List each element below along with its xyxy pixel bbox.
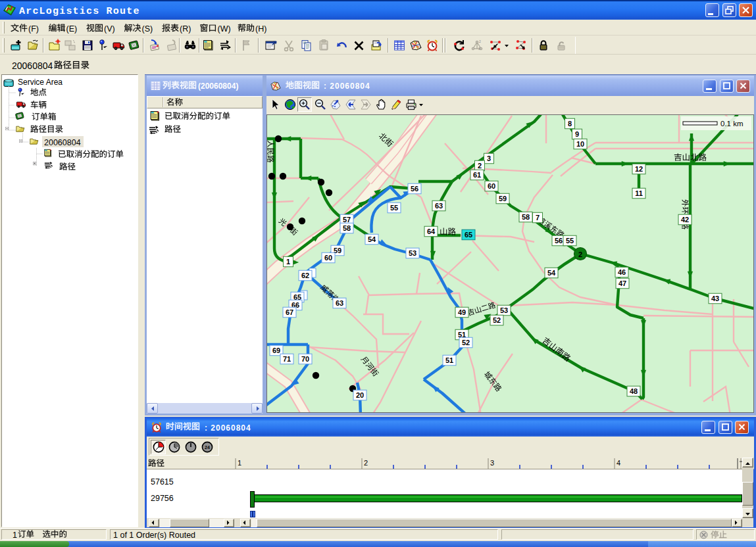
svg-text:2: 2 xyxy=(578,250,582,258)
svg-text:56: 56 xyxy=(555,237,563,245)
svg-text:62: 62 xyxy=(301,272,309,279)
svg-text:24: 24 xyxy=(205,445,210,450)
svg-text:46: 46 xyxy=(618,268,626,276)
svg-text:9: 9 xyxy=(575,130,579,138)
svg-text:59: 59 xyxy=(499,195,507,202)
svg-text:1: 1 xyxy=(286,258,290,266)
svg-text:64: 64 xyxy=(427,227,436,235)
svg-text:69: 69 xyxy=(272,346,280,354)
svg-text:60: 60 xyxy=(488,182,495,190)
svg-text:56: 56 xyxy=(411,185,418,193)
svg-text:47: 47 xyxy=(618,279,626,287)
svg-text:3: 3 xyxy=(478,47,480,51)
svg-text:11: 11 xyxy=(635,189,643,197)
svg-text:4: 4 xyxy=(617,459,620,467)
svg-text:58: 58 xyxy=(522,213,530,221)
svg-text:70: 70 xyxy=(301,355,309,363)
svg-text:52: 52 xyxy=(462,339,470,346)
svg-text:60: 60 xyxy=(324,254,332,262)
svg-text:2: 2 xyxy=(364,459,368,467)
svg-text:8: 8 xyxy=(568,120,572,128)
svg-text:3: 3 xyxy=(490,459,494,467)
svg-text:55: 55 xyxy=(566,237,574,245)
svg-text:3: 3 xyxy=(487,155,491,162)
svg-text:51: 51 xyxy=(445,356,453,364)
svg-text:7: 7 xyxy=(536,214,540,222)
svg-text:12: 12 xyxy=(635,165,643,173)
svg-text:10: 10 xyxy=(576,140,584,148)
svg-text:55: 55 xyxy=(390,204,398,212)
svg-text:0.1 km: 0.1 km xyxy=(720,120,743,128)
svg-text:43: 43 xyxy=(711,295,719,302)
svg-text:52: 52 xyxy=(493,316,501,324)
svg-text:54: 54 xyxy=(547,269,556,277)
svg-text:54: 54 xyxy=(368,235,376,243)
svg-text:65: 65 xyxy=(465,231,472,239)
svg-text:57: 57 xyxy=(343,216,351,224)
svg-text:63: 63 xyxy=(336,299,343,307)
svg-text:53: 53 xyxy=(500,306,508,314)
svg-text:20: 20 xyxy=(356,391,364,399)
svg-text:48: 48 xyxy=(630,387,638,395)
svg-text:63: 63 xyxy=(435,202,443,210)
svg-text:42: 42 xyxy=(681,216,689,224)
svg-text:49: 49 xyxy=(458,308,466,316)
svg-text:2: 2 xyxy=(478,162,482,170)
svg-text:61: 61 xyxy=(473,171,481,179)
svg-text:71: 71 xyxy=(283,355,291,363)
svg-text:58: 58 xyxy=(343,224,351,232)
svg-text:2: 2 xyxy=(479,39,481,43)
svg-text:1: 1 xyxy=(238,459,241,467)
svg-text:67: 67 xyxy=(286,308,293,316)
svg-text:53: 53 xyxy=(409,249,416,257)
